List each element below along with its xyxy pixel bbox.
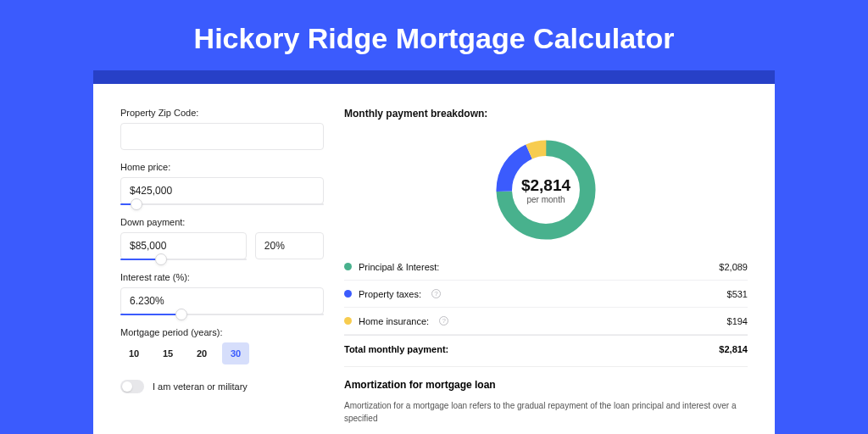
legend-row-insurance: Home insurance: ? $194 (344, 308, 748, 335)
period-option-10[interactable]: 10 (120, 342, 147, 364)
inputs-column: Property Zip Code: Home price: Down paym… (120, 108, 324, 434)
interest-rate-field: Interest rate (%): (120, 272, 324, 315)
mortgage-period-label: Mortgage period (years): (120, 327, 324, 337)
total-value: $2,814 (719, 344, 748, 354)
down-payment-percent-input[interactable] (255, 232, 324, 259)
period-option-20[interactable]: 20 (188, 342, 215, 364)
down-payment-amount-input[interactable] (120, 232, 247, 259)
legend-value-principal: $2,089 (719, 262, 748, 272)
home-price-field: Home price: (120, 162, 324, 205)
veteran-label: I am veteran or military (153, 381, 248, 392)
slider-thumb[interactable] (175, 309, 187, 320)
breakdown-column: Monthly payment breakdown: $2,814 per mo… (344, 108, 748, 434)
period-option-15[interactable]: 15 (154, 342, 181, 364)
total-label: Total monthly payment: (344, 344, 448, 354)
legend-label-principal: Principal & Interest: (359, 262, 439, 272)
down-payment-label: Down payment: (120, 217, 324, 227)
amortization-title: Amortization for mortgage loan (344, 379, 748, 391)
legend-label-taxes: Property taxes: (359, 289, 421, 299)
home-price-input[interactable] (120, 177, 324, 204)
home-price-label: Home price: (120, 162, 324, 172)
veteran-toggle[interactable] (120, 380, 144, 393)
donut-center-label: $2,814 per month (521, 176, 570, 204)
calculator-card: Property Zip Code: Home price: Down paym… (93, 84, 775, 434)
zip-field: Property Zip Code: (120, 108, 324, 150)
mortgage-period-field: Mortgage period (years): 10 15 20 30 (120, 327, 324, 364)
page-title: Hickory Ridge Mortgage Calculator (0, 0, 868, 70)
zip-label: Property Zip Code: (120, 108, 324, 118)
legend-dot-insurance (344, 317, 352, 325)
slider-thumb[interactable] (155, 253, 167, 265)
legend-row-taxes: Property taxes: ? $531 (344, 281, 748, 308)
legend-row-principal: Principal & Interest: $2,089 (344, 253, 748, 281)
info-icon[interactable]: ? (431, 289, 441, 298)
down-payment-slider[interactable] (120, 259, 247, 260)
mortgage-period-segmented: 10 15 20 30 (120, 342, 324, 364)
legend-value-insurance: $194 (727, 316, 748, 326)
slider-thumb[interactable] (131, 198, 142, 210)
donut-amount: $2,814 (521, 176, 570, 195)
interest-rate-slider[interactable] (120, 314, 324, 315)
interest-rate-label: Interest rate (%): (120, 272, 324, 282)
amortization-section: Amortization for mortgage loan Amortizat… (344, 366, 748, 425)
donut-chart: $2,814 per month (344, 126, 748, 253)
legend-dot-taxes (344, 290, 352, 298)
down-payment-field: Down payment: (120, 217, 324, 260)
legend-value-taxes: $531 (727, 289, 748, 299)
donut-subtext: per month (521, 195, 570, 204)
period-option-30[interactable]: 30 (222, 342, 249, 364)
legend-dot-principal (344, 263, 352, 270)
legend-label-insurance: Home insurance: (359, 316, 429, 326)
calculator-panel-outer: Property Zip Code: Home price: Down paym… (93, 70, 775, 434)
home-price-slider[interactable] (120, 203, 324, 205)
breakdown-title: Monthly payment breakdown: (344, 108, 748, 120)
interest-rate-input[interactable] (120, 287, 324, 314)
info-icon[interactable]: ? (439, 316, 448, 326)
zip-input[interactable] (120, 123, 324, 150)
amortization-text: Amortization for a mortgage loan refers … (344, 399, 748, 425)
total-row: Total monthly payment: $2,814 (344, 335, 748, 354)
veteran-toggle-row: I am veteran or military (120, 380, 324, 393)
